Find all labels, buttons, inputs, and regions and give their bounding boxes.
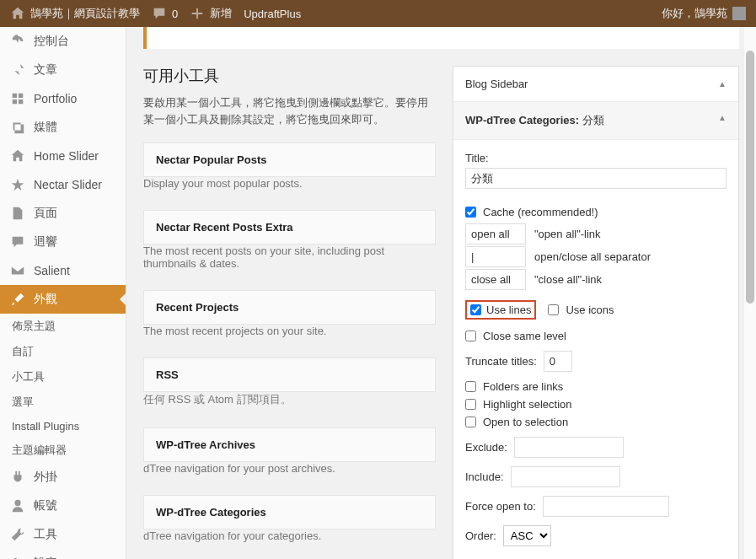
folders-checkbox[interactable] [465,381,476,392]
available-widget[interactable]: Recent Projects [143,290,436,325]
closesame-checkbox[interactable] [465,331,476,341]
sliders-icon [10,556,25,559]
title-label: Title: [465,152,727,164]
user-icon [10,498,25,513]
star-icon [10,177,25,192]
menu-salient[interactable]: Salient [0,256,126,285]
submenu-themes[interactable]: 佈景主題 [0,314,126,339]
notice-bar [143,27,739,49]
available-widget[interactable]: RSS [143,357,436,392]
wrench-icon [10,527,25,542]
updraft-link[interactable]: UpdraftPlus [244,8,301,20]
menu-portfolio[interactable]: Portfolio [0,84,126,113]
menu-plugins[interactable]: 外掛 [0,463,126,492]
truncate-input[interactable] [544,351,572,372]
menu-pages[interactable]: 頁面 [0,199,126,228]
menu-settings[interactable]: 設定 [0,549,126,559]
new-content[interactable]: 新增 [190,6,232,21]
submenu-widgets[interactable]: 小工具 [0,364,126,390]
include-input[interactable] [511,466,620,487]
sidebar-header[interactable]: Blog Sidebar▲ [453,67,738,102]
plus-icon [190,6,205,21]
avatar [732,7,746,20]
comment-icon [10,234,25,250]
gauge-icon [10,34,25,49]
submenu-customize[interactable]: 自訂 [0,339,126,364]
use-lines-highlight: Use lines [465,300,536,320]
scrollbar[interactable] [744,27,756,559]
admin-menu: 控制台 文章 Portfolio 媒體 Home Slider Nectar S… [0,27,126,559]
available-widget[interactable]: Nectar Recent Posts Extra [143,210,436,245]
admin-toolbar: 鵠學苑｜網頁設計教學 0 新增 UpdraftPlus 你好，鵠學苑 [0,0,756,27]
menu-nectarslider[interactable]: Nectar Slider [0,170,126,199]
menu-tools[interactable]: 工具 [0,520,126,549]
menu-homeslider[interactable]: Home Slider [0,142,126,170]
page-title: 可用小工具 [143,66,436,86]
grid-icon [10,91,25,106]
opento-checkbox[interactable] [465,417,476,427]
available-widget[interactable]: WP-dTree Categories [143,495,436,529]
widget-description: 任何 RSS 或 Atom 訂閱項目。 [143,392,436,422]
envelope-icon [10,263,25,278]
separator-input[interactable] [465,246,526,267]
widget-header[interactable]: WP-dTree Categories: 分類 ▲ [453,102,738,140]
menu-posts[interactable]: 文章 [0,56,126,84]
scrollbar-thumb[interactable] [746,51,754,304]
media-icon [10,120,25,135]
widget-description: Display your most popular posts. [143,177,436,205]
order-select[interactable]: ASC [503,525,551,546]
widget-description: dTree navigation for your categories. [143,529,436,557]
comment-icon [152,6,167,21]
chevron-up-icon: ▲ [718,113,727,128]
available-widget[interactable]: Nectar Popular Posts [143,142,436,177]
home-icon [10,6,25,21]
page-icon [10,206,25,221]
widget-description: dTree navigation for your post archives. [143,462,436,490]
title-input[interactable] [465,168,727,189]
chevron-up-icon: ▲ [718,79,727,89]
uselines-checkbox[interactable] [470,304,481,315]
menu-dashboard[interactable]: 控制台 [0,27,126,56]
menu-media[interactable]: 媒體 [0,113,126,142]
useicons-checkbox[interactable] [548,304,559,315]
openall-input[interactable] [465,223,526,245]
submenu-menus[interactable]: 選單 [0,390,126,415]
forceopen-input[interactable] [543,496,669,517]
pin-icon [10,62,25,78]
comments-link[interactable]: 0 [152,6,178,21]
brush-icon [10,292,25,307]
sidebar-panel: Blog Sidebar▲ WP-dTree Categories: 分類 ▲ … [453,66,739,559]
submenu-install[interactable]: Install Plugins [0,415,126,438]
closeall-input[interactable] [465,269,526,290]
account-greeting[interactable]: 你好，鵠學苑 [662,6,746,21]
plug-icon [10,470,25,485]
highlight-checkbox[interactable] [465,399,476,410]
widget-description: The most recent posts on your site, incl… [143,245,436,285]
site-link[interactable]: 鵠學苑｜網頁設計教學 [10,6,140,21]
widget-description: The most recent projects on your site. [143,325,436,352]
available-widget[interactable]: WP-dTree Archives [143,427,436,462]
menu-comments[interactable]: 迴響 [0,228,126,256]
menu-appearance[interactable]: 外觀 [0,285,126,314]
page-help: 要啟用某一個小工具，將它拖曳到側邊欄或點擊它。要停用某一個小工具及刪除其設定，將… [143,94,436,127]
menu-users[interactable]: 帳號 [0,492,126,520]
submenu-editor[interactable]: 主題編輯器 [0,438,126,463]
exclude-input[interactable] [514,437,624,458]
home-icon [10,148,25,164]
cache-checkbox[interactable] [465,207,476,218]
